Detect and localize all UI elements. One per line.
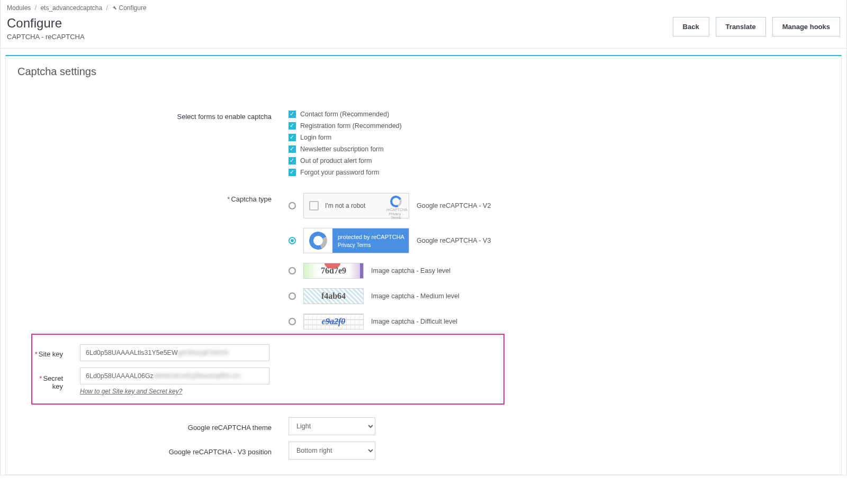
- recaptcha-v3-preview: protected by reCAPTCHA Privacy Terms: [303, 228, 409, 253]
- checkbox-stock-alert-form[interactable]: [289, 157, 296, 164]
- radio-image-easy[interactable]: [289, 267, 296, 274]
- wrench-icon: [112, 4, 117, 12]
- position-select[interactable]: Bottom right: [289, 442, 375, 460]
- captcha-type-medium-label: Image captcha - Medium level: [371, 292, 459, 300]
- recaptcha-logo-icon: [309, 232, 327, 250]
- breadcrumb-current: Configure: [119, 4, 147, 12]
- theme-label: Google reCAPTCHA theme: [6, 421, 276, 432]
- checkbox-label: Out of product alert form: [300, 157, 372, 164]
- position-label: Google reCAPTCHA - V3 position: [6, 446, 276, 456]
- checkbox-login-form[interactable]: [289, 134, 296, 141]
- page-title: Configure: [7, 16, 85, 31]
- radio-recaptcha-v2[interactable]: [289, 202, 296, 209]
- captcha-type-easy-label: Image captcha - Easy level: [371, 267, 450, 274]
- breadcrumb-modules[interactable]: Modules: [7, 4, 31, 12]
- image-captcha-easy-preview: 76d7e9: [303, 263, 364, 279]
- panel-heading: Captcha settings: [6, 56, 841, 87]
- recaptcha-v2-preview: I'm not a robot reCAPTCHA Privacy - Term…: [303, 193, 409, 218]
- radio-recaptcha-v3[interactable]: [289, 237, 296, 244]
- back-button[interactable]: Back: [673, 17, 709, 36]
- translate-button[interactable]: Translate: [716, 17, 766, 36]
- checkbox-label: Newsletter subscription form: [300, 145, 384, 153]
- secret-key-label: Secret key: [43, 374, 63, 390]
- captcha-type-v3-label: Google reCAPTCHA - V3: [417, 237, 491, 244]
- recaptcha-logo-icon: [390, 196, 402, 207]
- radio-image-hard[interactable]: [289, 318, 296, 325]
- secret-key-input[interactable]: 6Ld0p58UAAAAL06GzMhWOdUnEQRkexbiafR0-cH: [80, 368, 269, 384]
- recaptcha-v2-checkbox-icon: [309, 201, 319, 210]
- image-captcha-hard-preview: c9a2f0: [303, 314, 364, 329]
- checkbox-forgot-password-form[interactable]: [289, 169, 296, 176]
- theme-select[interactable]: Light: [289, 417, 375, 435]
- checkbox-newsletter-form[interactable]: [289, 145, 296, 153]
- recaptcha-v2-text: I'm not a robot: [325, 202, 365, 209]
- manage-hooks-button[interactable]: Manage hooks: [772, 17, 840, 36]
- radio-image-medium[interactable]: [289, 292, 296, 300]
- image-captcha-medium-preview: f4ab64: [303, 288, 364, 304]
- help-keys-link[interactable]: How to get Site key and Secret key?: [80, 388, 182, 395]
- checkbox-contact-form[interactable]: [289, 111, 296, 118]
- keys-highlight-box: *Site key 6Ld0p58UAAAALtls31Y5e5EWg0r30x…: [31, 334, 504, 405]
- checkbox-label: Registration form (Recommended): [300, 122, 402, 130]
- checkbox-label: Contact form (Recommended): [300, 111, 389, 118]
- checkbox-label: Forgot your password form: [300, 169, 379, 176]
- checkbox-registration-form[interactable]: [289, 122, 296, 130]
- site-key-input[interactable]: 6Ld0p58UAAAALtls31Y5e5EWg0r30xoqF0Wm5: [80, 344, 269, 361]
- captcha-type-label: Captcha type: [231, 195, 272, 203]
- forms-label: Select forms to enable captcha: [6, 111, 276, 121]
- site-key-label: Site key: [39, 350, 63, 358]
- breadcrumb-module-name[interactable]: ets_advancedcaptcha: [40, 4, 102, 12]
- checkbox-label: Login form: [300, 134, 331, 141]
- captcha-type-v2-label: Google reCAPTCHA - V2: [417, 202, 491, 209]
- captcha-type-hard-label: Image captcha - Difficult level: [371, 318, 457, 325]
- breadcrumb: Modules / ets_advancedcaptcha / Configur…: [1, 0, 846, 16]
- page-subtitle: CAPTCHA - reCAPTCHA: [7, 33, 85, 41]
